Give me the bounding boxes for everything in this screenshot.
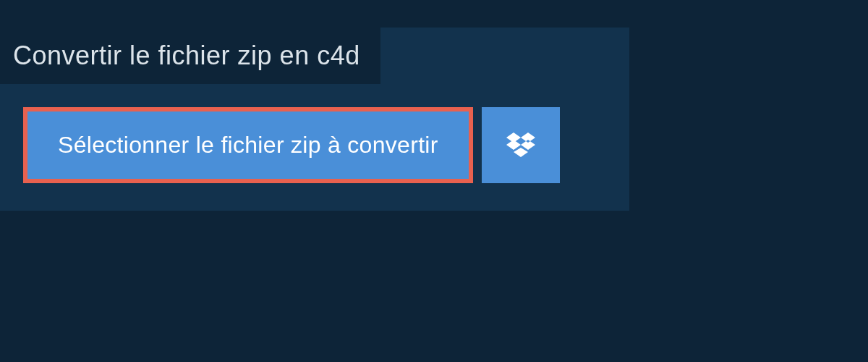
- select-file-button[interactable]: Sélectionner le fichier zip à convertir: [23, 107, 473, 183]
- converter-panel: Convertir le fichier zip en c4d Sélectio…: [0, 28, 629, 211]
- title-bar: Convertir le fichier zip en c4d: [0, 28, 380, 84]
- dropbox-button[interactable]: [482, 107, 560, 183]
- select-file-button-label: Sélectionner le fichier zip à convertir: [58, 132, 438, 159]
- button-row: Sélectionner le fichier zip à convertir: [23, 107, 606, 183]
- page-title: Convertir le fichier zip en c4d: [13, 41, 360, 70]
- content-area: Sélectionner le fichier zip à convertir: [0, 84, 629, 211]
- dropbox-icon: [506, 132, 535, 159]
